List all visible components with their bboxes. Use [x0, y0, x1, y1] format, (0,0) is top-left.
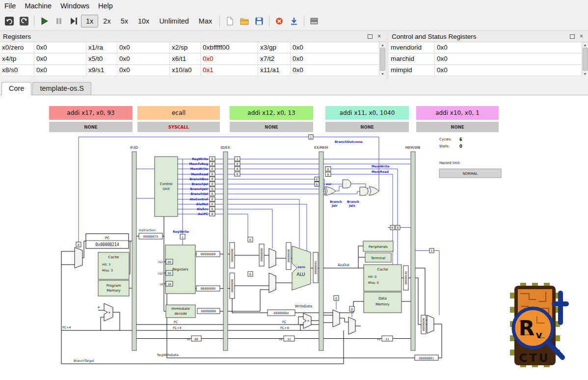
menu-help[interactable]: Help — [94, 0, 117, 11]
fetch-button[interactable] — [287, 14, 301, 28]
close-icon: × — [580, 33, 583, 39]
program-memory[interactable]: Program Memory — [98, 280, 129, 296]
register-value[interactable]: 0xbfffff00 — [201, 42, 258, 54]
terminal-label: Terminal — [371, 256, 386, 260]
register-file[interactable]: Registers rs1 00 rs2 00 rd 10 00000000 0… — [158, 245, 220, 294]
instruction-status: NONE — [265, 125, 278, 130]
signal-label: MemWrite — [190, 167, 208, 170]
pipeline-instruction-id[interactable]: addi x11, x0, 1040 NONE — [325, 106, 409, 132]
speed-unlimited[interactable]: Unlimited — [154, 15, 193, 27]
float-panel-button[interactable] — [366, 33, 374, 40]
reload-button[interactable] — [17, 14, 31, 28]
csr-scrollbar[interactable]: ▲ ▼ — [582, 42, 588, 76]
csr-value[interactable]: 0x0 — [435, 54, 588, 65]
register-value[interactable]: 0x0 — [291, 54, 386, 65]
immediate-decode[interactable]: Immediate decode 00000000 — [166, 305, 220, 318]
signal-value: 0 — [212, 207, 214, 211]
signal-value: 0 — [212, 157, 214, 161]
register-value-changed[interactable]: 0x0 — [201, 54, 258, 65]
terminal-block[interactable]: Terminal — [365, 253, 391, 262]
scroll-down-icon[interactable]: ▼ — [381, 71, 384, 76]
pause-icon — [54, 16, 64, 26]
immediate-label: Immediate — [171, 307, 190, 311]
wb-value: 00000000 — [422, 318, 425, 331]
scroll-down-icon[interactable]: ▼ — [584, 71, 587, 76]
register-value[interactable]: 0x0 — [34, 42, 86, 54]
scroll-up-icon[interactable]: ▲ — [584, 42, 587, 47]
logo-v: v — [535, 329, 542, 341]
data-memory[interactable]: Data Memory — [364, 292, 401, 313]
tab-source-file[interactable]: template-os.S — [32, 82, 91, 95]
register-value[interactable]: 0x0 — [291, 65, 386, 76]
control-unit[interactable]: Control Unit — [155, 157, 178, 217]
save-file-button[interactable] — [252, 14, 267, 28]
pipeline-instruction-if[interactable]: addi x10, x0, 1 NONE — [416, 106, 499, 132]
register-value[interactable]: 0x0 — [117, 54, 170, 65]
run-button[interactable] — [37, 14, 52, 28]
register-value[interactable]: 0x0 — [117, 42, 170, 54]
pc-bus-label: PC — [282, 320, 287, 324]
speed-max[interactable]: Max — [194, 15, 217, 27]
register-value[interactable]: 0x0 — [34, 65, 86, 76]
data-cache[interactable]: Cache Hit: 0 Miss: 0 — [364, 265, 401, 291]
signal-label: AluSrc — [197, 207, 208, 211]
signal-value: 0 — [212, 202, 214, 206]
speed-2x[interactable]: 2x — [98, 15, 115, 27]
pipeline-instruction-wb[interactable]: addi x17, x0, 93 NONE — [49, 106, 133, 132]
step-button[interactable] — [66, 14, 81, 28]
scroll-thumb[interactable] — [583, 48, 588, 71]
float-icon — [570, 34, 575, 39]
rs1-label: rs1 — [158, 260, 163, 264]
stage-label: MEM/WB — [405, 146, 421, 150]
alu[interactable]: zero ALU — [292, 246, 311, 290]
mux-select-value: 0 — [249, 238, 251, 242]
scroll-thumb[interactable] — [380, 48, 385, 71]
rd-label: rd — [187, 337, 190, 341]
menu-windows[interactable]: Windows — [56, 0, 94, 11]
memory-tool-button[interactable] — [307, 14, 321, 28]
float-panel-button[interactable] — [568, 33, 576, 40]
cache-hit: Hit: 0 — [368, 275, 376, 278]
csr-value[interactable]: 0x0 — [435, 42, 588, 54]
speed-1x[interactable]: 1x — [81, 15, 98, 27]
signal-value: 0 — [212, 162, 214, 165]
close-panel-button[interactable]: × — [578, 33, 585, 40]
program-memory-label: Memory — [107, 289, 120, 293]
csr-panel-titlebar: Control and Status Registers × — [389, 31, 588, 42]
new-file-button[interactable] — [222, 14, 237, 28]
reset-button[interactable] — [2, 14, 17, 28]
close-panel-button[interactable]: × — [375, 33, 383, 40]
program-cache[interactable]: Cache Hit: 3 Miss: 3 — [98, 252, 129, 279]
csr-value[interactable]: 0x0 — [435, 65, 588, 76]
register-value[interactable]: 0x0 — [117, 65, 170, 76]
register-value[interactable]: 0x0 — [291, 42, 386, 54]
pipeline-instruction-ex[interactable]: addi x12, x0, 13 NONE — [230, 106, 313, 132]
tab-core[interactable]: Core — [1, 82, 31, 95]
pipeline-instruction-mem[interactable]: ecall SYSCALL — [137, 106, 220, 132]
menu-file[interactable]: File — [0, 0, 20, 11]
peripherals-block[interactable]: Peripherals — [363, 241, 393, 251]
close-sim-button[interactable] — [272, 14, 287, 28]
cycles-value: 6 — [459, 137, 462, 142]
register-value[interactable]: 0x0 — [34, 54, 86, 65]
speed-5x[interactable]: 5x — [116, 15, 133, 27]
scroll-up-icon[interactable]: ▲ — [381, 42, 384, 47]
menu-machine[interactable]: Machine — [20, 0, 56, 11]
open-file-button[interactable] — [237, 14, 252, 28]
core-view-canvas: addi x17, x0, 93 NONE ecall SYSCALL addi… — [0, 95, 588, 380]
jalr-target-mux — [348, 317, 355, 334]
speed-10x[interactable]: 10x — [133, 15, 154, 27]
memread-value: 0 — [327, 173, 329, 176]
pause-button[interactable] — [52, 14, 66, 28]
hazard-unit-status: NORMAL — [463, 172, 478, 176]
regwrite-label: RegWrite — [173, 230, 189, 234]
signal-value: 0 — [212, 167, 214, 170]
registers-scrollbar[interactable]: ▲ ▼ — [379, 42, 386, 76]
step-icon — [69, 16, 79, 26]
register-value-changed[interactable]: 0x1 — [201, 65, 258, 76]
writedata-label: WriteData — [295, 304, 312, 308]
program-counter[interactable]: PC 0x00000214 — [86, 234, 129, 248]
aluout-label: AluOut — [338, 263, 349, 267]
branch-jalr-label: Jalr — [331, 204, 338, 208]
wb-data-value: 00000001 — [419, 356, 434, 360]
